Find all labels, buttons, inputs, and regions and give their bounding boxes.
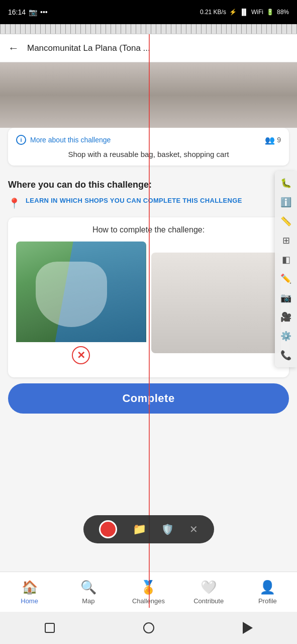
challenge-card: i More about this challenge 👥 9 Shop wit… bbox=[8, 128, 289, 166]
circle-icon bbox=[143, 622, 154, 633]
nav-item-profile[interactable]: 👤 Profile bbox=[252, 580, 282, 605]
hero-image-inner bbox=[0, 62, 297, 128]
battery-icon: 🔋 bbox=[266, 9, 274, 16]
sys-home-button[interactable] bbox=[140, 619, 158, 637]
how-title: How to complete the challenge: bbox=[16, 225, 281, 234]
nav-item-challenges[interactable]: 🏅 Challenges bbox=[132, 580, 165, 605]
battery-percent: 88% bbox=[277, 9, 289, 16]
comparison-images: ✕ bbox=[16, 242, 281, 364]
challenges-icon: 🏅 bbox=[140, 580, 156, 595]
bad-example-image bbox=[16, 242, 146, 342]
bug-icon-btn[interactable]: 🐛 bbox=[277, 174, 295, 192]
challenges-label: Challenges bbox=[132, 597, 165, 605]
info-icon-btn[interactable]: ℹ️ bbox=[277, 193, 295, 211]
bad-mark: ✕ bbox=[16, 346, 146, 364]
wifi-icon: WiFi bbox=[251, 9, 263, 16]
settings-icon-btn[interactable]: ⚙️ bbox=[277, 327, 295, 345]
record-button[interactable] bbox=[99, 520, 117, 538]
more-status-icon: ••• bbox=[40, 8, 48, 16]
contribute-icon: 🤍 bbox=[201, 580, 217, 595]
close-recording-icon[interactable]: ✕ bbox=[189, 523, 198, 535]
more-about-link[interactable]: More about this challenge bbox=[30, 136, 111, 144]
phone-icon-btn[interactable]: 📞 bbox=[277, 346, 295, 364]
ruler-bar bbox=[0, 24, 297, 34]
challenge-description: Shop with a reusable bag, basket, shoppi… bbox=[16, 150, 281, 158]
float-toolbar: 🐛 ℹ️ 📏 ⊞ ◧ ✏️ 📷 🎥 ⚙️ 📞 bbox=[275, 171, 297, 367]
page-title: Mancomunitat La Plana (Tona ... bbox=[27, 43, 291, 53]
how-section: How to complete the challenge: ✕ bbox=[8, 217, 289, 377]
map-icon: 🔍 bbox=[80, 580, 96, 595]
recording-bar: 📁 🛡️ ✕ bbox=[83, 515, 214, 543]
system-nav-bar bbox=[0, 612, 297, 644]
shield-icon[interactable]: 🛡️ bbox=[161, 523, 174, 535]
learn-shops-link[interactable]: 📍 LEARN IN WHICH SHOPS YOU CAN COMPLETE … bbox=[8, 196, 289, 209]
contribute-label: Contribute bbox=[193, 597, 224, 605]
nav-item-contribute[interactable]: 🤍 Contribute bbox=[193, 580, 224, 605]
sys-recents-button[interactable] bbox=[239, 619, 257, 637]
back-button[interactable]: ← bbox=[6, 40, 21, 57]
camera-status-icon: 📷 bbox=[29, 8, 37, 16]
nav-item-home[interactable]: 🏠 Home bbox=[15, 580, 45, 605]
learn-link-text: LEARN IN WHICH SHOPS YOU CAN COMPLETE TH… bbox=[26, 196, 242, 205]
profile-label: Profile bbox=[258, 597, 277, 605]
x-mark-icon: ✕ bbox=[72, 346, 90, 364]
home-icon: 🏠 bbox=[22, 580, 38, 595]
signal-icon: ▐▌ bbox=[240, 9, 248, 16]
pin-icon: 📍 bbox=[8, 197, 21, 209]
video-icon-btn[interactable]: 🎥 bbox=[277, 308, 295, 326]
nav-item-map[interactable]: 🔍 Map bbox=[73, 580, 104, 605]
status-left: 16:14 📷 ••• bbox=[8, 8, 48, 16]
folder-icon[interactable]: 📁 bbox=[133, 523, 146, 536]
good-example-container bbox=[151, 253, 281, 353]
info-circle-icon[interactable]: i bbox=[16, 135, 26, 145]
profile-icon: 👤 bbox=[259, 580, 275, 595]
data-speed: 0.21 KB/s bbox=[200, 9, 226, 16]
time-display: 16:14 bbox=[8, 8, 26, 16]
screenshot-icon-btn[interactable]: 📷 bbox=[277, 289, 295, 307]
bad-example-container: ✕ bbox=[16, 242, 146, 364]
bottom-nav: 🏠 Home 🔍 Map 🏅 Challenges 🤍 Contribute 👤… bbox=[0, 572, 297, 612]
complete-button[interactable]: Complete bbox=[8, 383, 289, 414]
good-example-image bbox=[151, 253, 281, 353]
home-label: Home bbox=[21, 597, 38, 605]
status-bar: 16:14 📷 ••• 0.21 KB/s ⚡ ▐▌ WiFi 🔋 88% bbox=[0, 0, 297, 24]
people-count: 9 bbox=[277, 136, 281, 144]
grid-icon-btn[interactable]: ⊞ bbox=[277, 231, 295, 250]
content-area: i More about this challenge 👥 9 Shop wit… bbox=[0, 62, 297, 420]
people-icon: 👥 bbox=[265, 135, 275, 145]
sys-back-button[interactable] bbox=[41, 619, 59, 637]
triangle-icon bbox=[243, 622, 253, 634]
compare-icon-btn[interactable]: ◧ bbox=[277, 251, 295, 269]
square-icon bbox=[45, 623, 55, 633]
hero-image bbox=[0, 62, 297, 128]
map-label: Map bbox=[82, 597, 94, 605]
where-title: Where you can do this challenge: bbox=[8, 180, 289, 190]
ruler-icon-btn[interactable]: 📏 bbox=[277, 212, 295, 230]
top-bar: ← Mancomunitat La Plana (Tona ... bbox=[0, 34, 297, 62]
challenge-meta: i More about this challenge 👥 9 bbox=[16, 135, 281, 145]
where-section: Where you can do this challenge: 📍 LEARN… bbox=[0, 172, 297, 213]
pen-icon-btn[interactable]: ✏️ bbox=[277, 270, 295, 288]
people-badge: 👥 9 bbox=[265, 135, 281, 145]
status-right: 0.21 KB/s ⚡ ▐▌ WiFi 🔋 88% bbox=[200, 9, 289, 16]
bluetooth-icon: ⚡ bbox=[229, 9, 237, 16]
